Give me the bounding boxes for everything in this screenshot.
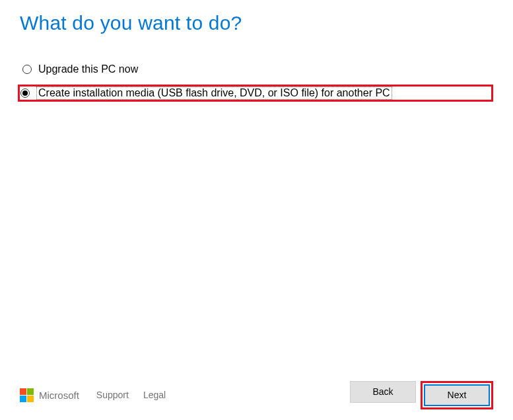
footer-buttons: Back Next: [350, 381, 493, 409]
microsoft-logo-icon: [20, 388, 34, 402]
radio-selected-dot-icon: [22, 90, 28, 96]
radio-icon: [20, 88, 30, 98]
radio-group: Upgrade this PC now Create installation …: [20, 62, 493, 102]
radio-option-upgrade[interactable]: Upgrade this PC now: [20, 62, 493, 77]
page-title: What do you want to do?: [20, 12, 493, 34]
radio-label-create-media: Create installation media (USB flash dri…: [36, 87, 392, 100]
brand-text: Microsoft: [39, 390, 79, 401]
next-button-highlight: Next: [421, 381, 493, 409]
next-button[interactable]: Next: [424, 384, 490, 406]
radio-icon: [22, 65, 32, 74]
footer: Microsoft Support Legal Back Next: [20, 383, 493, 407]
back-button[interactable]: Back: [350, 381, 416, 403]
support-link[interactable]: Support: [96, 390, 129, 400]
radio-label-upgrade: Upgrade this PC now: [38, 63, 138, 75]
radio-option-create-media[interactable]: Create installation media (USB flash dri…: [18, 85, 493, 102]
legal-link[interactable]: Legal: [143, 390, 166, 400]
